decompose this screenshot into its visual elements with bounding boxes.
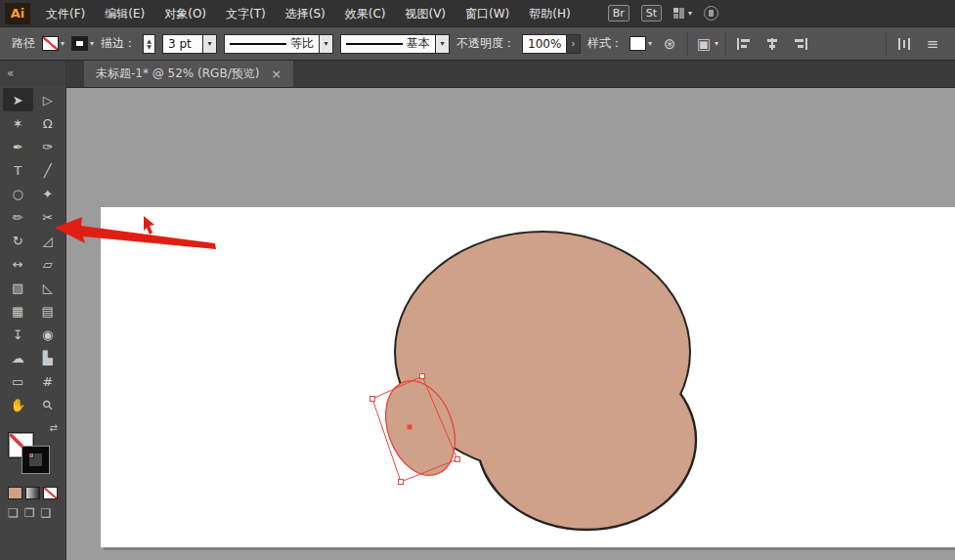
swap-fill-stroke-icon[interactable]: ⇄	[50, 422, 58, 433]
tool-grid: ➤ ▷ ✶ Ω ✒ ✑ T ╱ ○ ✦ ✏ ✂ ↻ ◿ ↔ ▱ ▧ ◺ ▦ ▤	[0, 86, 65, 416]
stroke-line-preview	[230, 43, 286, 45]
distribute-button[interactable]	[893, 33, 915, 55]
anchor-point[interactable]	[370, 397, 375, 402]
menu-window[interactable]: 窗口(W)	[456, 0, 519, 27]
width-profile-dropdown[interactable]: ▾	[320, 34, 333, 54]
stroke-color-picker[interactable]: ▾	[71, 36, 94, 51]
pen-tool[interactable]: ✒	[3, 135, 33, 158]
artboard-tool[interactable]: ▭	[3, 369, 33, 393]
type-tool[interactable]: T	[3, 158, 33, 182]
free-transform-tool[interactable]: ▱	[33, 252, 64, 276]
menu-help[interactable]: 帮助(H)	[519, 0, 580, 27]
draw-inside-button[interactable]: ❑	[41, 506, 52, 520]
canvas[interactable]	[66, 88, 955, 560]
gradient-mode-button[interactable]	[25, 487, 40, 499]
menu-effect[interactable]: 效果(C)	[335, 0, 396, 27]
menu-object[interactable]: 对象(O)	[154, 0, 216, 27]
align-options-button[interactable]: ▣ ▾	[695, 33, 718, 55]
lasso-tool[interactable]: Ω	[33, 111, 64, 135]
paintbrush-tool-icon: ✦	[42, 187, 53, 201]
shape-builder-tool[interactable]: ▧	[3, 276, 33, 299]
line-segment-tool-icon: ╱	[44, 163, 52, 178]
selection-tool[interactable]: ➤	[3, 88, 33, 111]
brush-definition-dropdown[interactable]: ▾	[436, 34, 450, 54]
menu-view[interactable]: 视图(V)	[395, 0, 456, 27]
close-tab-icon[interactable]: ×	[271, 66, 282, 81]
opacity-panel-button[interactable]: ›	[567, 34, 581, 54]
menu-select[interactable]: 选择(S)	[276, 0, 335, 27]
perspective-grid-tool[interactable]: ◺	[33, 276, 64, 299]
stock-button[interactable]: St	[641, 5, 662, 22]
color-type-buttons	[8, 487, 58, 499]
none-mode-button[interactable]	[43, 487, 58, 499]
curvature-tool[interactable]: ✑	[33, 135, 64, 158]
zoom-tool-icon: ⚲	[39, 396, 56, 412]
graphic-style-picker[interactable]: ▾	[629, 36, 652, 51]
draw-behind-button[interactable]: ❐	[24, 506, 35, 520]
hand-tool-icon: ✋	[10, 398, 25, 412]
center-anchor-point[interactable]	[408, 425, 412, 430]
mesh-tool[interactable]: ▦	[3, 299, 33, 323]
eyedropper-tool[interactable]: ↧	[3, 323, 33, 346]
rotate-tool[interactable]: ↻	[3, 229, 33, 252]
stroke-swatch	[71, 36, 88, 51]
menu-edit[interactable]: 编辑(E)	[95, 0, 154, 27]
width-profile-preview[interactable]: 等比	[224, 34, 320, 54]
column-graph-tool-icon: ▙	[43, 351, 53, 366]
menu-file[interactable]: 文件(F)	[36, 0, 95, 27]
direct-selection-tool[interactable]: ▷	[33, 88, 64, 111]
scissors-tool[interactable]: ✂	[33, 205, 64, 229]
anchor-point[interactable]	[399, 480, 404, 485]
menu-type[interactable]: 文字(T)	[216, 0, 276, 27]
opacity-label: 不透明度：	[456, 35, 515, 52]
collapse-panel-button[interactable]: «	[7, 66, 14, 80]
stroke-color-well[interactable]	[22, 447, 49, 473]
stroke-weight-stepper[interactable]: ▲ ▼	[143, 34, 155, 54]
stroke-weight-label: 描边：	[101, 35, 136, 52]
illustrator-window: Ai 文件(F) 编辑(E) 对象(O) 文字(T) 选择(S) 效果(C) 视…	[0, 0, 955, 560]
width-tool[interactable]: ↔	[3, 252, 33, 276]
hand-tool[interactable]: ✋	[3, 393, 33, 416]
brush-definition-preview[interactable]: 基本	[340, 34, 436, 54]
bridge-button[interactable]: Br	[608, 5, 629, 22]
align-left-button[interactable]	[733, 33, 755, 55]
zoom-tool[interactable]: ⚲	[33, 393, 64, 416]
control-bar-right: ≡	[886, 32, 943, 56]
stepper-down-icon: ▼	[147, 44, 152, 50]
pencil-tool[interactable]: ✏	[3, 205, 33, 229]
menu-bar-right: Br St ▾	[608, 5, 718, 22]
fill-color-picker[interactable]: ▾	[42, 36, 65, 51]
paintbrush-tool[interactable]: ✦	[33, 182, 64, 205]
align-right-button[interactable]	[790, 33, 811, 55]
panel-menu-button[interactable]: ≡	[922, 33, 943, 55]
slice-tool[interactable]: #	[33, 369, 64, 393]
stroke-weight-field[interactable]: 3 pt	[162, 34, 203, 54]
anchor-point[interactable]	[456, 457, 460, 462]
fill-none-swatch	[42, 36, 59, 51]
blend-tool[interactable]: ◉	[33, 323, 64, 346]
line-segment-tool[interactable]: ╱	[33, 158, 64, 182]
canvas-scene	[66, 88, 955, 560]
symbol-sprayer-tool[interactable]: ☁	[3, 346, 33, 369]
opacity-field[interactable]: 100%	[522, 34, 567, 54]
align-center-button[interactable]	[761, 33, 783, 55]
hand-pointer-icon[interactable]	[704, 6, 718, 21]
type-tool-icon: T	[14, 163, 22, 178]
gradient-tool[interactable]: ▤	[33, 299, 64, 323]
scale-tool[interactable]: ◿	[33, 229, 64, 252]
context-label: 路径	[12, 35, 35, 52]
document-tab[interactable]: 未标题-1* @ 52% (RGB/预览) ×	[84, 61, 293, 87]
anchor-point[interactable]	[420, 374, 425, 379]
draw-normal-button[interactable]: ❏	[8, 506, 19, 520]
chevron-down-icon: ▾	[90, 39, 94, 48]
magic-wand-tool[interactable]: ✶	[3, 111, 33, 135]
ellipse-tool[interactable]: ○	[3, 182, 33, 205]
recolor-artwork-button[interactable]: ⊛	[659, 33, 680, 55]
color-mode-button[interactable]	[8, 487, 22, 499]
pencil-tool-icon: ✏	[13, 210, 23, 225]
workspace-switcher[interactable]: ▾	[673, 8, 692, 19]
workspace-body: « ➤ ▷ ✶ Ω ✒ ✑ T ╱ ○ ✦ ✏ ✂ ↻ ◿ ↔ ▱ ▧ ◺	[0, 61, 955, 560]
column-graph-tool[interactable]: ▙	[33, 346, 64, 369]
distribute-icon	[896, 37, 912, 51]
stroke-weight-dropdown[interactable]: ▾	[203, 34, 217, 54]
